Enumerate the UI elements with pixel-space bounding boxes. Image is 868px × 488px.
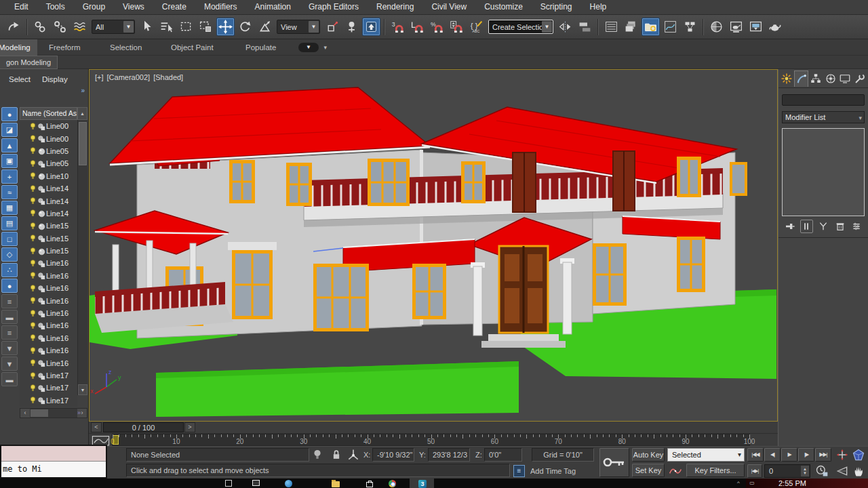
named-selection-sets-dropdown[interactable]: Create Selection Se▼: [488, 20, 553, 34]
key-scope-dropdown[interactable]: Selected: [667, 448, 745, 462]
visibility-bulb-icon[interactable]: [28, 346, 37, 355]
maxscript-listener-icon[interactable]: ≡: [513, 465, 525, 477]
render-production-icon[interactable]: [766, 18, 785, 36]
zoom-extents-all-icon[interactable]: [851, 448, 866, 462]
keyboard-override-toggle-icon[interactable]: [362, 18, 380, 36]
z-coord-field[interactable]: 0'0": [484, 448, 522, 462]
clear-filter-icon[interactable]: ▬: [1, 372, 18, 386]
go-to-start-button[interactable]: |◀◀: [747, 448, 764, 462]
snaps-toggle-3d-icon[interactable]: 3: [389, 18, 407, 36]
viewport-camera002[interactable]: [+] [Camera002] [Shaded]: [89, 69, 778, 422]
display-containers-filter-icon[interactable]: ◇: [1, 247, 18, 262]
chevron-down-icon[interactable]: ▼: [542, 21, 552, 33]
percent-snap-icon[interactable]: %: [428, 18, 446, 36]
menu-customize[interactable]: Customize: [475, 0, 532, 15]
display-space-warps-filter-icon[interactable]: ≈: [1, 185, 18, 199]
pin-stack-icon[interactable]: [783, 220, 797, 233]
tray-chevron-icon[interactable]: ^: [734, 480, 743, 488]
app-window-icon[interactable]: [251, 480, 260, 488]
display-ik-filter-icon[interactable]: ●: [1, 279, 18, 293]
select-and-manipulate-icon[interactable]: [342, 18, 361, 36]
visibility-bulb-icon[interactable]: [28, 259, 37, 268]
menu-views[interactable]: Views: [114, 0, 153, 15]
key-filters-button[interactable]: Key Filters...: [686, 464, 745, 477]
scene-list-item[interactable]: Line16: [20, 294, 77, 306]
remove-modifier-icon[interactable]: [833, 220, 847, 233]
display-bones-filter-icon[interactable]: □: [1, 232, 18, 246]
visibility-bulb-icon[interactable]: [28, 384, 37, 392]
next-frame-button[interactable]: |▶: [798, 448, 814, 462]
visibility-bulb-icon[interactable]: [28, 234, 37, 243]
unlink-selection-icon[interactable]: [51, 18, 69, 36]
create-tab[interactable]: [779, 70, 794, 87]
align-icon[interactable]: [576, 18, 594, 36]
viewport-shading-menu[interactable]: [Shaded]: [153, 73, 183, 81]
display-lights-filter-icon[interactable]: ▲: [1, 138, 18, 152]
default-in-out-tangent-icon[interactable]: [669, 464, 682, 478]
menu-civil-view[interactable]: Civil View: [422, 0, 475, 15]
display-particles-filter-icon[interactable]: ∴: [1, 263, 18, 277]
render-setup-icon[interactable]: [727, 18, 745, 36]
key-mode-toggle[interactable]: |◀▶|: [747, 464, 762, 478]
scene-list-item[interactable]: Line16: [20, 307, 77, 319]
zoom-region-icon[interactable]: [835, 448, 850, 462]
scene-list-item[interactable]: Line16: [20, 344, 77, 357]
selection-lock-icon[interactable]: [330, 448, 343, 462]
make-unique-icon[interactable]: [816, 220, 830, 233]
mini-curve-editor-icon[interactable]: [91, 434, 111, 445]
visibility-bulb-icon[interactable]: [28, 321, 37, 330]
y-coord-field[interactable]: 293'8 12/3: [428, 448, 470, 462]
isolate-selection-icon[interactable]: [311, 448, 324, 462]
panel-resize-icon[interactable]: »: [77, 409, 81, 416]
scene-list-item[interactable]: Line15: [20, 220, 77, 232]
scene-list-item[interactable]: Line17: [20, 394, 77, 407]
rectangular-selection-region-icon[interactable]: [177, 18, 195, 36]
x-coord-field[interactable]: -9'10 9/32": [372, 448, 414, 462]
visibility-bulb-icon[interactable]: [28, 122, 37, 131]
visibility-bulb-icon[interactable]: [28, 171, 37, 180]
viewport-camera-menu[interactable]: [Camera002]: [107, 73, 151, 81]
visibility-bulb-icon[interactable]: [28, 396, 37, 405]
set-key-button[interactable]: Set Key: [632, 464, 665, 477]
visibility-bulb-icon[interactable]: [28, 209, 37, 218]
flat-hierarchy-icon[interactable]: ≡: [1, 325, 18, 340]
redo-icon[interactable]: [5, 18, 23, 36]
pan-hand-icon[interactable]: [851, 464, 866, 478]
tray-icon[interactable]: ▭: [747, 480, 757, 488]
chrome-icon[interactable]: [387, 480, 397, 488]
hierarchy-tab[interactable]: [808, 70, 823, 87]
spinner-snap-icon[interactable]: [448, 18, 466, 36]
select-by-name-icon[interactable]: [157, 18, 176, 36]
current-frame-field[interactable]: 0 ▲▼: [764, 464, 810, 478]
menu-group[interactable]: Group: [74, 0, 114, 15]
menu-animation[interactable]: Animation: [246, 0, 300, 15]
next-frame-arrow[interactable]: >: [184, 422, 195, 432]
menu-create[interactable]: Create: [153, 0, 195, 15]
display-xrefs-filter-icon[interactable]: ▤: [1, 216, 18, 230]
play-button[interactable]: ▶: [781, 448, 797, 462]
list-view-icon[interactable]: ≡: [1, 294, 18, 308]
select-and-scale-icon[interactable]: [256, 18, 274, 36]
scroll-up-icon[interactable]: ▲: [77, 107, 87, 120]
frame-spinner[interactable]: ▲▼: [801, 466, 809, 476]
scene-list-item[interactable]: Line16: [20, 332, 77, 344]
menu-help[interactable]: Help: [581, 0, 616, 15]
visibility-bulb-icon[interactable]: [28, 371, 37, 380]
visibility-bulb-icon[interactable]: [28, 222, 37, 230]
window-crossing-icon[interactable]: [197, 18, 215, 36]
display-tab[interactable]: [838, 70, 853, 87]
scene-explorer-column-header[interactable]: Name (Sorted Ascen: [20, 107, 77, 120]
visibility-bulb-icon[interactable]: [28, 296, 37, 305]
menu-rendering[interactable]: Rendering: [368, 0, 422, 15]
rendered-frame-window-icon[interactable]: [747, 18, 765, 36]
scene-list-item[interactable]: Line05: [20, 157, 77, 169]
scroll-down-icon[interactable]: ▼: [78, 384, 87, 395]
visibility-bulb-icon[interactable]: [28, 309, 37, 318]
previous-frame-arrow[interactable]: <: [91, 422, 102, 432]
visibility-bulb-icon[interactable]: [28, 247, 37, 256]
scene-list-item[interactable]: Line14: [20, 195, 77, 207]
object-name-field[interactable]: [782, 94, 865, 106]
auto-key-button[interactable]: Auto Key: [632, 448, 665, 462]
use-pivot-center-icon[interactable]: [323, 18, 341, 36]
visibility-bulb-icon[interactable]: [28, 184, 37, 193]
